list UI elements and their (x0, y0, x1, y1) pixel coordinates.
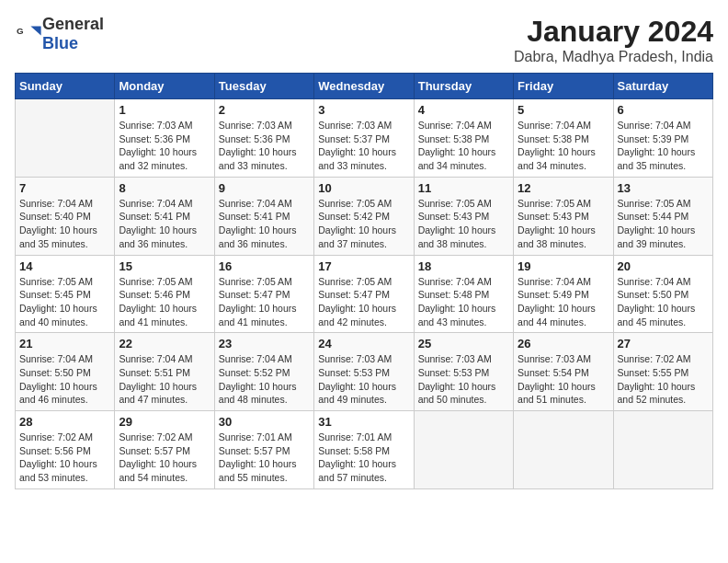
weekday-header-wednesday: Wednesday (314, 74, 414, 99)
day-number: 6 (618, 103, 709, 117)
calendar-cell: 29Sunrise: 7:02 AM Sunset: 5:57 PM Dayli… (115, 411, 214, 489)
calendar-cell: 23Sunrise: 7:04 AM Sunset: 5:52 PM Dayli… (214, 333, 313, 411)
calendar-cell: 4Sunrise: 7:04 AM Sunset: 5:38 PM Daylig… (414, 99, 513, 178)
day-number: 1 (119, 103, 210, 117)
calendar-cell (613, 411, 712, 489)
weekday-header-tuesday: Tuesday (214, 74, 313, 99)
day-number: 7 (19, 181, 110, 195)
svg-text:G: G (17, 26, 24, 36)
day-info: Sunrise: 7:03 AM Sunset: 5:37 PM Dayligh… (318, 119, 409, 173)
calendar-week-1: 1Sunrise: 7:03 AM Sunset: 5:36 PM Daylig… (16, 99, 713, 178)
calendar-cell: 3Sunrise: 7:03 AM Sunset: 5:37 PM Daylig… (314, 99, 414, 178)
calendar-cell: 13Sunrise: 7:05 AM Sunset: 5:44 PM Dayli… (613, 177, 712, 255)
calendar-cell: 2Sunrise: 7:03 AM Sunset: 5:36 PM Daylig… (214, 99, 313, 178)
svg-marker-1 (30, 27, 40, 36)
day-info: Sunrise: 7:04 AM Sunset: 5:52 PM Dayligh… (219, 352, 310, 407)
calendar-week-4: 21Sunrise: 7:04 AM Sunset: 5:50 PM Dayli… (16, 333, 713, 411)
calendar-cell: 6Sunrise: 7:04 AM Sunset: 5:39 PM Daylig… (613, 99, 712, 178)
day-info: Sunrise: 7:04 AM Sunset: 5:40 PM Dayligh… (19, 197, 110, 251)
calendar-cell: 30Sunrise: 7:01 AM Sunset: 5:57 PM Dayli… (214, 411, 313, 489)
day-number: 26 (518, 337, 609, 350)
day-info: Sunrise: 7:05 AM Sunset: 5:42 PM Dayligh… (318, 197, 409, 251)
day-number: 30 (219, 415, 310, 429)
day-info: Sunrise: 7:03 AM Sunset: 5:36 PM Dayligh… (219, 119, 310, 173)
day-info: Sunrise: 7:04 AM Sunset: 5:39 PM Dayligh… (618, 119, 709, 173)
day-number: 14 (19, 259, 110, 273)
logo-icon: G (17, 21, 42, 47)
calendar-week-3: 14Sunrise: 7:05 AM Sunset: 5:45 PM Dayli… (16, 255, 713, 333)
day-number: 20 (618, 259, 709, 273)
day-number: 25 (418, 337, 509, 350)
day-info: Sunrise: 7:04 AM Sunset: 5:38 PM Dayligh… (518, 119, 609, 173)
day-info: Sunrise: 7:03 AM Sunset: 5:36 PM Dayligh… (119, 119, 210, 173)
logo-general-text: General (42, 15, 104, 33)
weekday-header-thursday: Thursday (414, 74, 513, 99)
calendar-cell: 15Sunrise: 7:05 AM Sunset: 5:46 PM Dayli… (115, 255, 214, 333)
day-info: Sunrise: 7:02 AM Sunset: 5:57 PM Dayligh… (119, 431, 210, 485)
day-info: Sunrise: 7:04 AM Sunset: 5:50 PM Dayligh… (618, 275, 709, 329)
day-info: Sunrise: 7:03 AM Sunset: 5:54 PM Dayligh… (518, 352, 609, 407)
weekday-header-saturday: Saturday (613, 74, 712, 99)
location-title: Dabra, Madhya Pradesh, India (514, 49, 713, 65)
day-number: 27 (618, 337, 709, 350)
day-info: Sunrise: 7:01 AM Sunset: 5:57 PM Dayligh… (219, 431, 310, 485)
day-info: Sunrise: 7:04 AM Sunset: 5:38 PM Dayligh… (418, 119, 509, 173)
day-info: Sunrise: 7:05 AM Sunset: 5:46 PM Dayligh… (119, 275, 210, 329)
logo: G General Blue (15, 15, 104, 53)
day-number: 13 (618, 181, 709, 195)
weekday-header-monday: Monday (115, 74, 214, 99)
calendar-week-2: 7Sunrise: 7:04 AM Sunset: 5:40 PM Daylig… (16, 177, 713, 255)
day-number: 15 (119, 259, 210, 273)
day-number: 10 (318, 181, 409, 195)
day-number: 16 (219, 259, 310, 273)
calendar-week-5: 28Sunrise: 7:02 AM Sunset: 5:56 PM Dayli… (16, 411, 713, 489)
calendar-cell: 21Sunrise: 7:04 AM Sunset: 5:50 PM Dayli… (16, 333, 115, 411)
day-info: Sunrise: 7:05 AM Sunset: 5:47 PM Dayligh… (219, 275, 310, 329)
day-info: Sunrise: 7:03 AM Sunset: 5:53 PM Dayligh… (318, 352, 409, 407)
calendar-cell: 18Sunrise: 7:04 AM Sunset: 5:48 PM Dayli… (414, 255, 513, 333)
day-info: Sunrise: 7:03 AM Sunset: 5:53 PM Dayligh… (418, 352, 509, 407)
day-number: 19 (518, 259, 609, 273)
calendar-cell (414, 411, 513, 489)
weekday-header-friday: Friday (514, 74, 613, 99)
day-info: Sunrise: 7:04 AM Sunset: 5:49 PM Dayligh… (518, 275, 609, 329)
calendar-cell: 5Sunrise: 7:04 AM Sunset: 5:38 PM Daylig… (514, 99, 613, 178)
calendar-cell: 31Sunrise: 7:01 AM Sunset: 5:58 PM Dayli… (314, 411, 414, 489)
logo-blue-text: Blue (42, 34, 78, 52)
calendar-cell (514, 411, 613, 489)
day-info: Sunrise: 7:05 AM Sunset: 5:47 PM Dayligh… (318, 275, 409, 329)
calendar-cell: 22Sunrise: 7:04 AM Sunset: 5:51 PM Dayli… (115, 333, 214, 411)
calendar-cell: 12Sunrise: 7:05 AM Sunset: 5:43 PM Dayli… (514, 177, 613, 255)
day-info: Sunrise: 7:04 AM Sunset: 5:50 PM Dayligh… (19, 352, 110, 407)
calendar-cell: 19Sunrise: 7:04 AM Sunset: 5:49 PM Dayli… (514, 255, 613, 333)
calendar-cell: 7Sunrise: 7:04 AM Sunset: 5:40 PM Daylig… (16, 177, 115, 255)
day-info: Sunrise: 7:04 AM Sunset: 5:41 PM Dayligh… (119, 197, 210, 251)
day-number: 5 (518, 103, 609, 117)
day-number: 18 (418, 259, 509, 273)
calendar-table: SundayMondayTuesdayWednesdayThursdayFrid… (15, 73, 713, 489)
day-info: Sunrise: 7:02 AM Sunset: 5:56 PM Dayligh… (19, 431, 110, 485)
day-info: Sunrise: 7:04 AM Sunset: 5:51 PM Dayligh… (119, 352, 210, 407)
day-number: 22 (119, 337, 210, 350)
day-number: 28 (19, 415, 110, 429)
day-number: 8 (119, 181, 210, 195)
calendar-cell (16, 99, 115, 178)
calendar-cell: 11Sunrise: 7:05 AM Sunset: 5:43 PM Dayli… (414, 177, 513, 255)
calendar-cell: 20Sunrise: 7:04 AM Sunset: 5:50 PM Dayli… (613, 255, 712, 333)
day-info: Sunrise: 7:01 AM Sunset: 5:58 PM Dayligh… (318, 431, 409, 485)
day-number: 21 (19, 337, 110, 350)
day-number: 31 (318, 415, 409, 429)
calendar-cell: 24Sunrise: 7:03 AM Sunset: 5:53 PM Dayli… (314, 333, 414, 411)
calendar-cell: 1Sunrise: 7:03 AM Sunset: 5:36 PM Daylig… (115, 99, 214, 178)
calendar-cell: 10Sunrise: 7:05 AM Sunset: 5:42 PM Dayli… (314, 177, 414, 255)
day-number: 4 (418, 103, 509, 117)
calendar-cell: 28Sunrise: 7:02 AM Sunset: 5:56 PM Dayli… (16, 411, 115, 489)
day-number: 12 (518, 181, 609, 195)
day-info: Sunrise: 7:05 AM Sunset: 5:43 PM Dayligh… (418, 197, 509, 251)
title-area: January 2024 Dabra, Madhya Pradesh, Indi… (514, 15, 713, 65)
month-title: January 2024 (514, 15, 713, 49)
day-number: 2 (219, 103, 310, 117)
calendar-cell: 25Sunrise: 7:03 AM Sunset: 5:53 PM Dayli… (414, 333, 513, 411)
day-number: 23 (219, 337, 310, 350)
day-info: Sunrise: 7:04 AM Sunset: 5:41 PM Dayligh… (219, 197, 310, 251)
